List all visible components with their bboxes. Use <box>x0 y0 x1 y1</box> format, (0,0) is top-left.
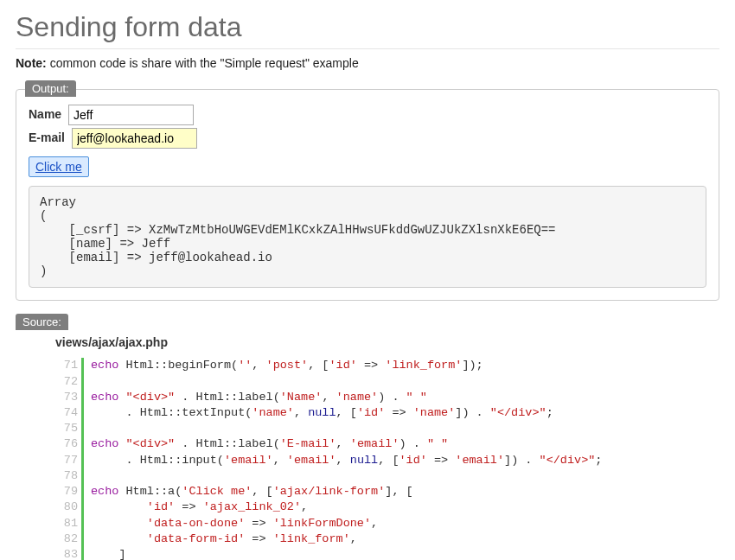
code-text: ] <box>91 547 126 560</box>
output-panel: Output: Name E-mail Click me Array ( [_c… <box>16 89 719 301</box>
line-number: 74 <box>55 405 78 421</box>
click-me-button[interactable]: Click me <box>29 156 89 177</box>
code-text: . Html::textInput('name', null, ['id' =>… <box>91 405 553 421</box>
source-legend: Source: <box>16 314 68 330</box>
code-line: 80 'id' => 'ajax_link_02', <box>55 500 719 515</box>
code-line: 78 <box>55 468 719 484</box>
code-line: 79echo Html::a('Click me', ['ajax/link-f… <box>55 484 719 500</box>
note-text: common code is share with the "Simple re… <box>47 56 359 70</box>
line-number: 71 <box>55 358 78 373</box>
code-text: echo Html::a('Click me', ['ajax/link-for… <box>91 484 413 500</box>
code-line: 76echo "<div>" . Html::label('E-mail', '… <box>55 436 719 452</box>
gutter-bar <box>81 547 84 560</box>
gutter-bar <box>81 453 84 468</box>
gutter-bar <box>81 374 84 390</box>
line-number: 78 <box>55 468 78 484</box>
name-label: Name <box>29 107 61 121</box>
code-line: 72 <box>55 374 719 390</box>
code-text <box>91 374 98 390</box>
note-line: Note: common code is share with the "Sim… <box>16 56 719 70</box>
line-number: 76 <box>55 436 78 452</box>
code-line: 73echo "<div>" . Html::label('Name', 'na… <box>55 390 719 405</box>
code-line: 77 . Html::input('email', 'email', null,… <box>55 453 719 468</box>
page-title: Sending form data <box>16 10 719 49</box>
source-code: 71echo Html::beginForm('', 'post', ['id'… <box>55 358 719 560</box>
line-number: 81 <box>55 516 78 531</box>
code-line: 83 ] <box>55 547 719 560</box>
line-number: 82 <box>55 531 78 547</box>
gutter-bar <box>81 468 84 484</box>
code-text: 'id' => 'ajax_link_02', <box>91 500 308 515</box>
code-text: echo Html::beginForm('', 'post', ['id' =… <box>91 358 483 373</box>
output-legend: Output: <box>25 80 76 97</box>
gutter-bar <box>81 484 84 500</box>
code-line: 74 . Html::textInput('name', null, ['id'… <box>55 405 719 421</box>
note-label: Note: <box>16 56 47 70</box>
output-result: Array ( [_csrf] => XzMwTzMtbHoUWGEVdEMlK… <box>29 186 706 288</box>
gutter-bar <box>81 436 84 452</box>
gutter-bar <box>81 500 84 515</box>
gutter-bar <box>81 531 84 547</box>
line-number: 75 <box>55 421 78 436</box>
code-line: 71echo Html::beginForm('', 'post', ['id'… <box>55 358 719 373</box>
line-number: 73 <box>55 390 78 405</box>
code-line: 82 'data-form-id' => 'link_form', <box>55 531 719 547</box>
email-row: E-mail <box>29 128 706 149</box>
code-text <box>91 468 98 484</box>
source-file-path: views/ajax/ajax.php <box>55 335 719 349</box>
code-text: 'data-form-id' => 'link_form', <box>91 531 357 547</box>
line-number: 79 <box>55 484 78 500</box>
line-number: 72 <box>55 374 78 390</box>
gutter-bar <box>81 358 84 373</box>
gutter-bar <box>81 390 84 405</box>
gutter-bar <box>81 516 84 531</box>
gutter-bar <box>81 405 84 421</box>
code-text: 'data-on-done' => 'linkFormDone', <box>91 516 378 531</box>
name-input[interactable] <box>68 105 194 125</box>
line-number: 80 <box>55 500 78 515</box>
email-label: E-mail <box>29 130 65 144</box>
line-number: 83 <box>55 547 78 560</box>
code-text <box>91 421 98 436</box>
code-text: . Html::input('email', 'email', null, ['… <box>91 453 602 468</box>
line-number: 77 <box>55 453 78 468</box>
code-text: echo "<div>" . Html::label('E-mail', 'em… <box>91 436 448 452</box>
code-line: 75 <box>55 421 719 436</box>
code-text: echo "<div>" . Html::label('Name', 'name… <box>91 390 427 405</box>
source-panel: Source: views/ajax/ajax.php 71echo Html:… <box>16 323 719 560</box>
name-row: Name <box>29 105 706 125</box>
email-input[interactable] <box>72 128 197 149</box>
gutter-bar <box>81 421 84 436</box>
code-line: 81 'data-on-done' => 'linkFormDone', <box>55 516 719 531</box>
